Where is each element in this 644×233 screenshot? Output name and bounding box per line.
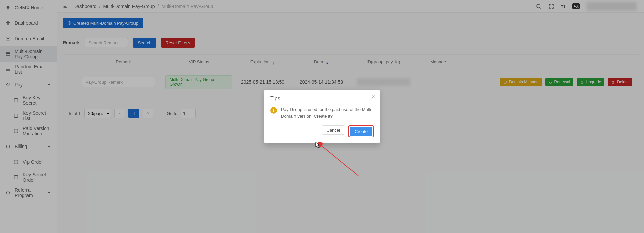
create-button[interactable]: Create xyxy=(350,127,372,136)
warning-icon: ! xyxy=(270,107,277,114)
close-icon[interactable]: × xyxy=(371,94,375,100)
button-label: Cancel xyxy=(327,128,340,133)
annotation-arrow xyxy=(318,142,365,179)
svg-line-14 xyxy=(321,145,358,176)
cancel-button[interactable]: Cancel xyxy=(322,125,345,135)
create-button-highlight: Create xyxy=(348,125,374,137)
tips-dialog: Tips × ! Pay-Group is used for the paid … xyxy=(264,90,380,143)
dialog-title: Tips xyxy=(270,96,374,102)
dialog-message: Pay-Group is used for the paid use of th… xyxy=(281,106,374,119)
modal-overlay: Tips × ! Pay-Group is used for the paid … xyxy=(0,0,644,233)
button-label: Create xyxy=(355,129,368,134)
